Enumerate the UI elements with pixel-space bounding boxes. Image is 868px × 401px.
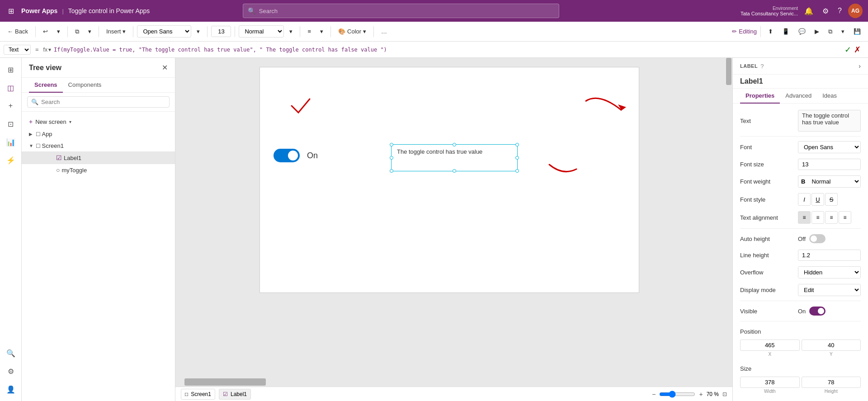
weight-dropdown[interactable]: ▾ [286, 26, 296, 37]
sidebar-data-btn[interactable]: ⊡ [3, 116, 19, 132]
align-left-btn[interactable]: ≡ [798, 211, 811, 224]
sidebar-flows-btn[interactable]: ⚡ [3, 152, 19, 168]
tree-item-mytoggle[interactable]: ○ myToggle [22, 164, 175, 176]
zoom-controls: − + 70 % ⊡ [652, 391, 727, 398]
toggle-switch[interactable] [274, 149, 300, 162]
fontweight-prop-select[interactable]: Normal Bold [808, 176, 860, 187]
right-tab-advanced[interactable]: Advanced [780, 89, 817, 104]
new-screen-dropdown[interactable]: ▾ [69, 119, 71, 124]
save-button[interactable]: 💾 [850, 26, 864, 37]
lines-icon-btn[interactable]: ≡ [304, 26, 315, 37]
handle-bl[interactable] [390, 169, 393, 173]
insert-button[interactable]: Insert ▾ [103, 26, 130, 37]
sidebar-treeview-btn[interactable]: ◫ [3, 80, 19, 96]
formula-x-close[interactable]: ✗ [854, 45, 861, 55]
avatar[interactable]: AG [848, 4, 863, 18]
search-input[interactable] [259, 8, 554, 14]
formula-checkmark[interactable]: ✓ [844, 45, 851, 55]
align-justify-btn[interactable]: ≡ [839, 211, 851, 224]
help-icon-btn[interactable]: ? [835, 5, 844, 17]
font-family-select[interactable]: Open Sans [137, 25, 191, 38]
size-height-input[interactable] [802, 377, 861, 388]
fontsize-prop-value [798, 159, 861, 170]
handle-tl[interactable] [390, 143, 393, 146]
displaymode-select[interactable]: Edit View Disabled [798, 284, 860, 296]
device-button[interactable]: 📱 [778, 26, 793, 37]
tab-components[interactable]: Components [63, 78, 107, 93]
formula-fx-button[interactable]: fx ▾ [43, 47, 51, 53]
sidebar-search-btn[interactable]: 🔍 [3, 345, 19, 361]
copy-button[interactable]: ⧉ [71, 26, 83, 37]
tree-search-input[interactable] [41, 99, 165, 105]
overflow-select[interactable]: Hidden Scroll [798, 267, 860, 278]
canvas-vscrollbar[interactable] [725, 58, 732, 377]
settings-icon-btn[interactable]: ⚙ [820, 5, 831, 17]
zoom-plus-btn[interactable]: + [699, 391, 703, 398]
tree-close-button[interactable]: ✕ [162, 63, 168, 72]
sidebar-charts-btn[interactable]: 📊 [3, 134, 19, 150]
nav-divider: | [62, 8, 63, 14]
italic-btn[interactable]: I [798, 193, 811, 206]
font-size-input[interactable] [211, 26, 231, 37]
screen1-tab[interactable]: □ Screen1 [181, 389, 215, 400]
underline-btn[interactable]: U [811, 193, 824, 206]
tree-item-label1[interactable]: ☑ Label1 ••• [22, 151, 175, 164]
pos-y-input[interactable] [802, 340, 861, 351]
grid-menu-icon[interactable]: ⊞ [5, 5, 17, 17]
zoom-fit-button[interactable]: ⊡ [722, 391, 727, 397]
handle-bc[interactable] [453, 169, 456, 173]
align-right-btn[interactable]: ≡ [825, 211, 838, 224]
more3-dropdown[interactable]: ▾ [838, 26, 848, 37]
visible-toggle[interactable] [809, 307, 826, 316]
zoom-slider[interactable] [659, 391, 695, 398]
sidebar-account-btn[interactable]: 👤 [3, 381, 19, 397]
handle-tc[interactable] [453, 143, 456, 146]
font-family-dropdown[interactable]: ▾ [193, 26, 203, 37]
sidebar-settings-btn[interactable]: ⚙ [3, 363, 19, 379]
canvas-frame[interactable]: On [259, 67, 639, 293]
more2-button[interactable]: ⧉ [825, 26, 836, 37]
color-button[interactable]: 🎨 Color ▾ [335, 26, 370, 37]
handle-ml[interactable] [390, 156, 393, 160]
align-center-btn[interactable]: ≡ [811, 211, 824, 224]
search-bar[interactable]: 🔍 [243, 4, 559, 18]
right-panel-expand-btn[interactable]: › [859, 62, 861, 70]
tab-screens[interactable]: Screens [29, 78, 63, 93]
lines-dropdown[interactable]: ▾ [316, 26, 327, 37]
font-prop-select[interactable]: Open Sans [798, 142, 860, 153]
tree-content: + New screen ▾ ▶ □ App ▼ □ Screen1 ☑ Lab… [22, 112, 175, 401]
strikethrough-btn[interactable]: S [825, 193, 838, 206]
publish-button[interactable]: ⬆ [764, 26, 777, 37]
undo-dropdown[interactable]: ▾ [53, 26, 64, 37]
right-tab-ideas[interactable]: Ideas [817, 89, 842, 104]
handle-tr[interactable] [515, 143, 519, 146]
more-button[interactable]: … [377, 26, 391, 37]
prop-row-overflow: Overflow Hidden Scroll [733, 264, 868, 281]
bell-icon-btn[interactable]: 🔔 [802, 5, 816, 17]
canvas-hscrollbar[interactable] [175, 377, 725, 387]
undo-button[interactable]: ↩ [39, 26, 52, 37]
size-width-input[interactable] [740, 377, 800, 388]
label-control[interactable]: The toggle control has true value [391, 144, 518, 171]
back-button[interactable]: ← Back [4, 26, 32, 37]
play-button[interactable]: ▶ [811, 26, 823, 37]
sidebar-home-btn[interactable]: ⊞ [3, 61, 19, 78]
lineheight-input[interactable] [798, 250, 861, 261]
formula-property-select[interactable]: Text [4, 45, 31, 55]
autoheight-toggle[interactable] [809, 234, 826, 243]
zoom-minus-btn[interactable]: − [652, 391, 656, 398]
handle-mr[interactable] [515, 156, 519, 160]
new-screen-button[interactable]: + New screen ▾ [22, 115, 175, 128]
tree-item-app[interactable]: ▶ □ App [22, 128, 175, 140]
copy-dropdown[interactable]: ▾ [85, 26, 95, 37]
label1-tab[interactable]: ☑ Label1 [219, 389, 251, 400]
handle-br[interactable] [515, 169, 519, 173]
pos-x-input[interactable] [740, 340, 800, 351]
right-tab-properties[interactable]: Properties [740, 89, 780, 104]
formula-input[interactable] [54, 47, 842, 53]
font-weight-select[interactable]: Normal [239, 25, 284, 38]
fontsize-input[interactable] [798, 159, 861, 170]
sidebar-add-btn[interactable]: + [3, 98, 19, 114]
comment-button[interactable]: 💬 [795, 26, 809, 37]
tree-item-screen1[interactable]: ▼ □ Screen1 [22, 140, 175, 151]
